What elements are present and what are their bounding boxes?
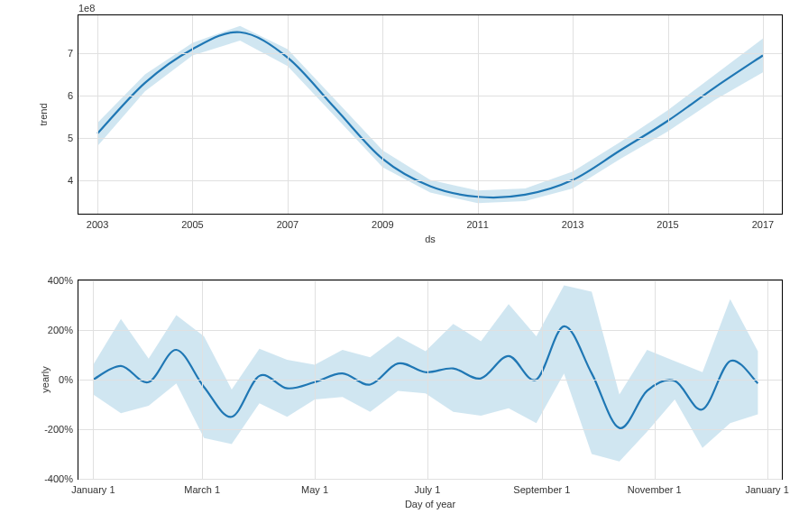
y-tick: 200%	[48, 325, 73, 335]
x-tick: 2013	[562, 219, 583, 230]
x-tick: 2015	[657, 219, 678, 230]
ylabel-top: trend	[38, 103, 49, 125]
figure: 1e8 trend ds 200320052007200920112013201…	[0, 0, 799, 532]
x-tick: September 1	[513, 484, 570, 495]
xlabel-top: ds	[425, 234, 436, 244]
y-tick: 7	[68, 48, 73, 59]
y-tick: 400%	[48, 275, 73, 286]
x-tick: 2017	[752, 219, 774, 230]
x-tick: March 1	[184, 484, 220, 495]
x-tick: January 1	[71, 484, 115, 495]
x-tick: January 1	[745, 484, 788, 495]
x-tick: 2009	[372, 219, 393, 230]
y-tick: 6	[68, 90, 73, 101]
yearly-panel: yearly Day of year January 1March 1May 1…	[78, 280, 783, 480]
y-tick: -400%	[44, 473, 73, 484]
x-tick: 2011	[466, 219, 488, 230]
xlabel-bottom: Day of year	[405, 499, 455, 509]
x-tick: May 1	[301, 484, 328, 495]
x-tick: 2005	[181, 219, 203, 230]
x-tick: November 1	[628, 484, 682, 495]
y-exponent: 1e8	[78, 3, 95, 14]
x-tick: 2007	[277, 219, 298, 230]
x-tick: 2003	[87, 219, 108, 230]
y-tick: 5	[68, 133, 73, 143]
y-tick: 0%	[59, 374, 73, 385]
y-tick: -200%	[44, 424, 73, 435]
x-tick: July 1	[415, 484, 441, 495]
confidence-band	[93, 286, 758, 462]
trend-panel: 1e8 trend ds 200320052007200920112013201…	[78, 14, 783, 215]
ylabel-bottom: yearly	[40, 366, 51, 392]
y-tick: 4	[68, 175, 73, 186]
